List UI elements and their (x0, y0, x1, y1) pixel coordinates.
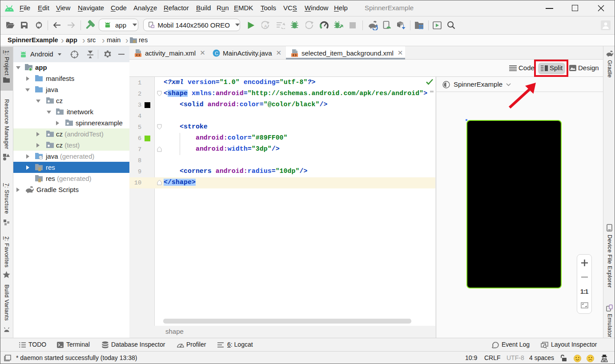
svg-text:A: A (264, 24, 267, 28)
svg-text:C: C (215, 50, 218, 56)
